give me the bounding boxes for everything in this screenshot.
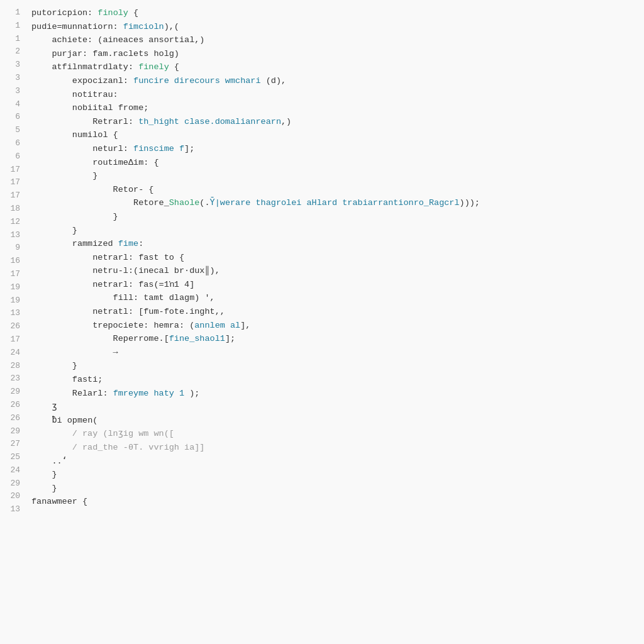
line-number: 24 [5,464,20,477]
line-number: 27 [5,438,20,451]
code-line: / ray (lnʒig wm wn([ [31,427,638,441]
code-line: numilol { [31,128,638,142]
token-plain: netratl: [fum-fote.inght,, [31,307,225,316]
line-number: 5 [5,124,20,137]
token-hl: finoly [97,8,128,18]
token-plain: } [31,226,77,235]
code-line: } [31,482,638,496]
token-plain: routimeΔim: { [31,158,159,167]
token-plain: fill: tamt dlagm) ', [31,293,215,303]
token-plain: } [31,470,57,479]
code-area[interactable]: putoricpion: finoly {pudie=munnatiorn: f… [25,6,644,638]
token-plain: Retor- { [31,185,153,194]
code-line: neturl: finscime f]; [31,142,638,156]
token-plain: : [138,239,143,248]
line-number: 17 [5,268,20,281]
code-line: / rad_the -θT. vvrigh ia]] [31,441,638,455]
code-line: } [31,468,638,482]
code-line: achiete: (aineaces ansortial,) [31,33,638,47]
token-plain: ,) [281,117,291,126]
token-plain: } [31,212,118,221]
code-line: netru-l:(inecal br·dux║), [31,264,638,278]
token-fn: fimcioln [123,22,164,31]
line-number: 13 [5,307,20,320]
line-number: 17 [5,189,20,203]
code-line: purjar: fam.raclets holg) [31,47,638,61]
token-plain: ); [184,389,199,398]
token-plain: fanawmeer { [31,497,87,506]
token-plain: expocizanl: [31,76,133,86]
token-hl: finely [138,62,169,72]
token-plain: ))); [460,198,480,208]
token-plain: } [31,171,97,180]
token-plain: ..ʻ [31,457,67,466]
token-plain: nobiital frome; [31,103,148,113]
token-hl: Shaole [169,198,200,208]
token-fn: annlem al [194,321,240,330]
token-plain: netru-l:(inecal br·dux║), [31,266,220,275]
code-line: netratl: [fum-fote.inght,, [31,305,638,319]
token-plain: Relarl: [31,389,113,398]
token-fn: fmreyme haty 1 [113,389,184,398]
line-number: 29 [5,386,20,399]
code-line: ƀi opmen( [31,414,638,428]
line-number: 18 [5,203,20,216]
line-number: 23 [5,372,20,386]
line-number: 19 [5,294,20,308]
code-line: Retor- { [31,183,638,197]
code-line: } [31,210,638,224]
line-number: 29 [5,477,20,491]
token-plain: } [31,484,57,493]
code-line: notitrau: [31,88,638,102]
token-plain: → [31,348,118,357]
code-line: netrarl: fast to { [31,251,638,265]
token-plain: (d), [261,76,287,86]
token-plain: achiete: (aineaces ansortial,) [31,35,204,45]
code-line: Reperrome.[fine_shaol1]; [31,332,638,346]
code-line: rammized fime: [31,237,638,251]
code-line: } [31,359,638,373]
token-plain: pudie=munnatiorn: [31,22,123,31]
code-line: atfilnmatrdlaty: finely { [31,60,638,74]
code-line: routimeΔim: { [31,156,638,170]
token-plain: ]; [184,144,194,153]
token-fn: fime [118,239,138,248]
token-plain: purjar: fam.raclets holg) [31,49,179,58]
code-editor: 1112333465661717171812139161719191326172… [0,0,644,644]
line-number: 29 [5,425,20,438]
code-line: ..ʻ [31,455,638,469]
code-line: fasti; [31,373,638,387]
code-line: } [31,224,638,238]
token-plain: { [169,62,179,72]
token-plain: neturl: [31,144,133,153]
token-plain: trepociete: hemra: ( [31,321,194,330]
token-fn: finscime f [133,144,184,153]
token-plain: fasti; [31,375,103,384]
token-cm: / ray (lnʒig wm wn([ [31,429,174,438]
token-plain: rammized [31,239,118,248]
code-line: fill: tamt dlagm) ', [31,291,638,305]
line-number: 3 [5,85,20,98]
token-plain: netrarl: fast to { [31,253,184,262]
line-number: 25 [5,451,20,464]
line-number: 17 [5,333,20,347]
line-number: 6 [5,111,20,124]
token-cm: / rad_the -θT. vvrigh ia]] [31,443,204,452]
code-line: Retore_Shaole(.Ȳ|werare thagrolei aHlard… [31,196,638,210]
code-line: nobiital frome; [31,101,638,115]
token-fn: fine_shaol1 [169,334,225,343]
line-number: 19 [5,281,20,294]
line-number: 12 [5,216,20,229]
token-plain: Retrarl: [31,117,138,126]
code-line: netrarl: fas(=1ŉ1 4] [31,278,638,292]
token-plain: Reperrome.[ [31,334,169,343]
line-number: 3 [5,58,20,72]
token-plain: ƀi opmen( [31,416,97,425]
code-line: fanawmeer { [31,495,638,509]
code-line: Relarl: fmreyme haty 1 ); [31,387,638,401]
code-line: expocizanl: funcire direcours wmchari (d… [31,74,638,88]
line-number: 20 [5,490,20,503]
line-number: 6 [5,137,20,150]
token-plain: Retore_ [31,198,169,208]
token-plain: ], [240,321,250,330]
